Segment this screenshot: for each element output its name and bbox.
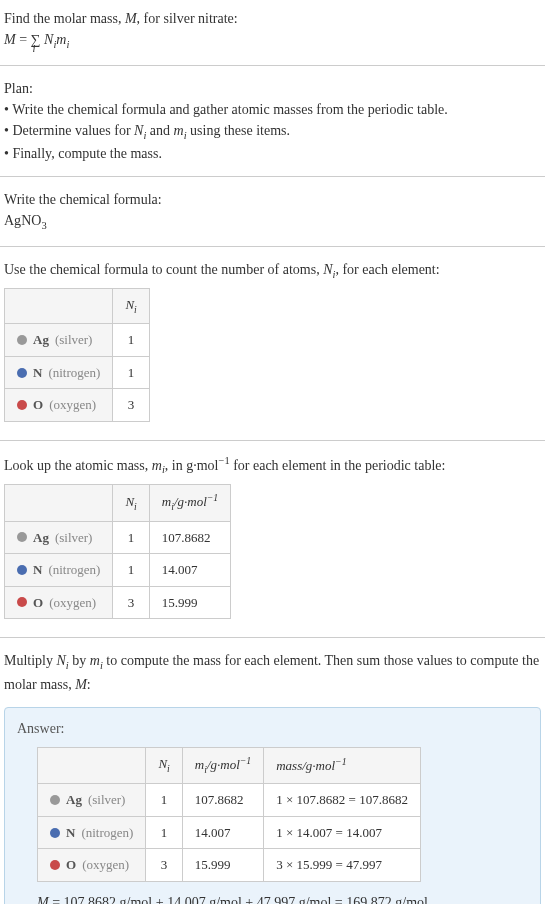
final-eq-text: = 107.8682 g/mol + 14.007 g/mol + 47.997… [49, 895, 428, 904]
header-Ni: Ni [113, 485, 149, 522]
divider [0, 65, 545, 66]
eq-sum-sub: i [33, 41, 36, 57]
mi-value: 14.007 [149, 554, 230, 587]
atomicmass-intro: Look up the atomic mass, mi, in g·mol−1 … [4, 453, 541, 478]
count-intro-pre: Use the chemical formula to count the nu… [4, 262, 323, 277]
header-Ni: Ni [146, 747, 182, 784]
table-row: Ag (silver) 1 [5, 324, 150, 357]
element-cell: N (nitrogen) [50, 823, 133, 843]
table-row: N (nitrogen) 1 14.007 1 × 14.007 = 14.00… [38, 816, 421, 849]
mi-value: 107.8682 [149, 521, 230, 554]
intro-equation: M = ∑i Nimi [4, 29, 541, 53]
plan-b2-pre: • Determine values for [4, 123, 134, 138]
element-symbol: N [33, 363, 42, 383]
element-cell: Ag (silver) [17, 330, 100, 350]
element-name: (oxygen) [49, 593, 96, 613]
element-dot-icon [17, 368, 27, 378]
ni-value: 1 [113, 521, 149, 554]
count-intro-Ni: N [323, 262, 332, 277]
element-cell: Ag (silver) [50, 790, 133, 810]
intro-text: Find the molar mass, [4, 11, 125, 26]
element-name: (nitrogen) [48, 363, 100, 383]
chemformula-section: Write the chemical formula: AgNO3 [0, 181, 545, 242]
mass-value: 1 × 107.8682 = 107.8682 [264, 784, 421, 817]
element-name: (oxygen) [82, 855, 129, 875]
am-intro-post: for each element in the periodic table: [230, 458, 446, 473]
mult-M: M [75, 677, 87, 692]
count-section: Use the chemical formula to count the nu… [0, 251, 545, 436]
header-mi: mi/g·mol−1 [149, 485, 230, 522]
eq-equals: = [16, 32, 31, 47]
mi-value: 107.8682 [182, 784, 263, 817]
element-cell: N (nitrogen) [17, 363, 100, 383]
element-symbol: O [33, 593, 43, 613]
element-symbol: N [33, 560, 42, 580]
plan-b2-mi: m [174, 123, 184, 138]
element-symbol: Ag [33, 528, 49, 548]
element-dot-icon [17, 400, 27, 410]
ni-value: 1 [146, 816, 182, 849]
divider [0, 637, 545, 638]
element-dot-icon [17, 532, 27, 542]
chemformula-value: AgNO3 [4, 210, 541, 234]
eq-mi-sub: i [66, 39, 69, 50]
plan-bullet-2: • Determine values for Ni and mi using t… [4, 120, 541, 144]
header-mass: mass/g·mol−1 [264, 747, 421, 784]
cf-N: N [21, 213, 31, 228]
element-symbol: N [66, 823, 75, 843]
am-intro-mid: , in g·mol [165, 458, 219, 473]
divider [0, 440, 545, 441]
ni-value: 1 [113, 324, 149, 357]
table-header-row: Ni mi/g·mol−1 mass/g·mol−1 [38, 747, 421, 784]
element-symbol: O [33, 395, 43, 415]
element-symbol: O [66, 855, 76, 875]
cf-O: O [31, 213, 41, 228]
mult-post: : [87, 677, 91, 692]
plan-bullet-1: • Write the chemical formula and gather … [4, 99, 541, 120]
element-cell: O (oxygen) [17, 593, 100, 613]
answer-box: Answer: Ni mi/g·mol−1 mass/g·mol−1 Ag (s… [4, 707, 541, 904]
ni-value: 3 [146, 849, 182, 882]
ni-value: 1 [113, 356, 149, 389]
answer-table: Ni mi/g·mol−1 mass/g·mol−1 Ag (silver) 1… [37, 747, 421, 882]
mass-value: 1 × 14.007 = 14.007 [264, 816, 421, 849]
header-empty [5, 485, 113, 522]
element-dot-icon [50, 828, 60, 838]
table-row: Ag (silver) 1 107.8682 1 × 107.8682 = 10… [38, 784, 421, 817]
count-intro-post: , for each element: [335, 262, 439, 277]
mi-value: 14.007 [182, 816, 263, 849]
eq-M: M [4, 32, 16, 47]
am-intro-pre: Look up the atomic mass, [4, 458, 152, 473]
element-name: (oxygen) [49, 395, 96, 415]
table-row: N (nitrogen) 1 [5, 356, 150, 389]
divider [0, 246, 545, 247]
am-intro-sup: −1 [218, 455, 229, 466]
multiply-section: Multiply Ni by mi to compute the mass fo… [0, 642, 545, 703]
plan-b2-post: using these items. [187, 123, 290, 138]
header-empty [5, 289, 113, 324]
element-dot-icon [17, 597, 27, 607]
element-cell: N (nitrogen) [17, 560, 100, 580]
element-name: (silver) [88, 790, 126, 810]
atomicmass-section: Look up the atomic mass, mi, in g·mol−1 … [0, 445, 545, 633]
am-intro-mi: m [152, 458, 162, 473]
element-dot-icon [17, 335, 27, 345]
intro-M: M [125, 11, 137, 26]
ni-value: 1 [146, 784, 182, 817]
ni-value: 3 [113, 586, 149, 619]
element-name: (nitrogen) [48, 560, 100, 580]
cf-sub3: 3 [41, 220, 46, 231]
mult-Ni: N [57, 653, 66, 668]
mass-value: 3 × 15.999 = 47.997 [264, 849, 421, 882]
ni-value: 3 [113, 389, 149, 422]
mi-value: 15.999 [149, 586, 230, 619]
count-table: Ni Ag (silver) 1 N (nitrogen) 1 O (oxyge… [4, 288, 150, 422]
count-intro: Use the chemical formula to count the nu… [4, 259, 541, 283]
table-header-row: Ni mi/g·mol−1 [5, 485, 231, 522]
plan-bullet-3: • Finally, compute the mass. [4, 143, 541, 164]
mi-value: 15.999 [182, 849, 263, 882]
element-symbol: Ag [33, 330, 49, 350]
cf-Ag: Ag [4, 213, 21, 228]
element-name: (silver) [55, 528, 93, 548]
header-Ni: Ni [113, 289, 149, 324]
